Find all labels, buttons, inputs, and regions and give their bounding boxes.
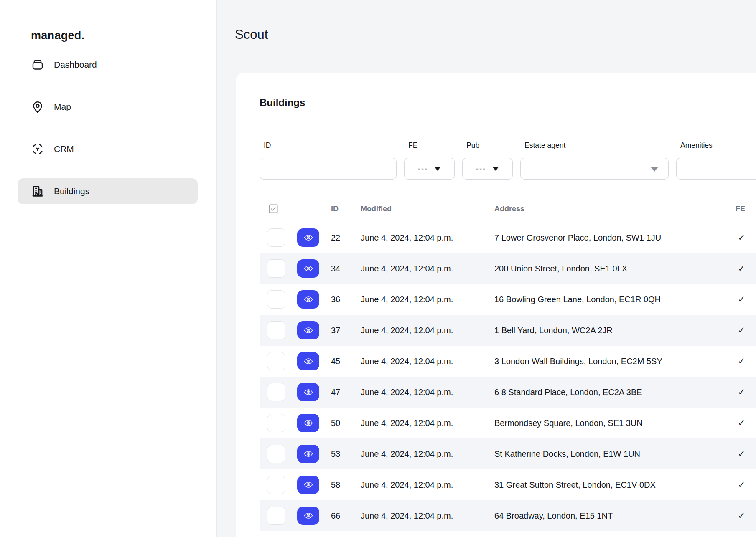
cell-address: 1 Bell Yard, London, WC2A 2JR (494, 326, 713, 335)
pub-filter-select[interactable]: --- (462, 158, 513, 180)
view-building-button[interactable] (297, 321, 319, 339)
cell-id: 45 (328, 357, 356, 366)
app-logo: managed. (31, 29, 216, 42)
table-row: 34 June 4, 2024, 12:04 p.m. 200 Union St… (260, 253, 756, 284)
row-checkbox[interactable] (267, 321, 285, 339)
fe-check-mark: ✓ (713, 325, 748, 335)
eye-icon (303, 294, 313, 304)
fe-check-mark: ✓ (713, 449, 748, 459)
cell-modified: June 4, 2024, 12:04 p.m. (356, 233, 494, 243)
amenities-filter-input[interactable] (677, 158, 756, 179)
view-building-button[interactable] (297, 383, 319, 401)
sidebar: managed. Dashboard Map (0, 0, 217, 537)
row-checkbox[interactable] (267, 352, 285, 370)
filters-bar: ID FE --- Pub --- Estate (260, 141, 756, 180)
sidebar-item-crm[interactable]: CRM (18, 136, 198, 162)
crm-orbit-icon (31, 142, 45, 156)
sidebar-item-buildings[interactable]: Buildings (18, 178, 198, 204)
pub-filter-value: --- (476, 165, 486, 173)
row-checkbox[interactable] (267, 476, 285, 494)
table-row: 50 June 4, 2024, 12:04 p.m. Bermondsey S… (260, 408, 756, 438)
cell-address: 200 Union Street, London, SE1 0LX (494, 264, 713, 274)
cell-address: 64 Broadway, London, E15 1NT (494, 511, 713, 521)
cell-address: St Katherine Docks, London, E1W 1UN (494, 449, 713, 459)
fe-check-mark: ✓ (713, 480, 748, 490)
fe-check-mark: ✓ (713, 511, 748, 521)
row-checkbox[interactable] (267, 383, 285, 401)
row-checkbox[interactable] (267, 414, 285, 432)
id-filter-input[interactable] (260, 158, 396, 179)
view-building-button[interactable] (297, 414, 319, 432)
filter-fe: FE --- (404, 141, 455, 180)
filter-fe-label: FE (408, 141, 455, 150)
sidebar-nav: Dashboard Map CRM (0, 52, 216, 204)
cell-id: 66 (328, 511, 356, 521)
table-row-partial (260, 531, 756, 537)
view-building-button[interactable] (297, 228, 319, 247)
panel-title: Buildings (260, 96, 756, 109)
view-building-button[interactable] (297, 445, 319, 463)
cell-id: 34 (328, 264, 356, 274)
cell-id: 58 (328, 480, 356, 490)
view-building-button[interactable] (297, 259, 319, 278)
table-row: 45 June 4, 2024, 12:04 p.m. 3 London Wal… (260, 346, 756, 377)
cell-modified: June 4, 2024, 12:04 p.m. (356, 388, 494, 397)
filter-estate-agent-label: Estate agent (524, 141, 669, 150)
row-checkbox[interactable] (267, 259, 285, 278)
cell-modified: June 4, 2024, 12:04 p.m. (356, 264, 494, 274)
sidebar-item-dashboard[interactable]: Dashboard (18, 52, 198, 78)
fe-check-mark: ✓ (713, 233, 748, 243)
cell-id: 22 (328, 233, 356, 243)
filter-pub-label: Pub (466, 141, 513, 150)
cell-modified: June 4, 2024, 12:04 p.m. (356, 511, 494, 521)
view-building-button[interactable] (297, 507, 319, 525)
chevron-down-icon (492, 167, 499, 171)
map-pin-icon (31, 100, 45, 114)
view-building-button[interactable] (297, 290, 319, 309)
chevron-down-icon (651, 167, 658, 172)
cell-modified: June 4, 2024, 12:04 p.m. (356, 357, 494, 366)
cell-address: 6 8 Standard Place, London, EC2A 3BE (494, 388, 713, 397)
cell-address: 31 Great Sutton Street, London, EC1V 0DX (494, 480, 713, 490)
select-all-checkbox-icon[interactable] (267, 203, 279, 215)
fe-filter-value: --- (418, 165, 428, 173)
fe-check-mark: ✓ (713, 263, 748, 274)
cell-id: 37 (328, 326, 356, 335)
cell-address: 3 London Wall Buildings, London, EC2M 5S… (494, 357, 713, 366)
filter-amenities-label: Amenities (680, 141, 756, 150)
eye-icon (303, 233, 313, 243)
sidebar-item-map[interactable]: Map (18, 94, 198, 120)
cell-modified: June 4, 2024, 12:04 p.m. (356, 295, 494, 304)
cell-id: 36 (328, 295, 356, 304)
sidebar-item-label: Map (54, 102, 71, 112)
sidebar-item-label: Dashboard (54, 60, 97, 70)
row-checkbox[interactable] (267, 290, 285, 309)
row-checkbox[interactable] (267, 228, 285, 247)
cell-modified: June 4, 2024, 12:04 p.m. (356, 418, 494, 428)
filter-id: ID (260, 141, 397, 180)
estate-agent-filter-select[interactable] (520, 158, 669, 180)
row-checkbox[interactable] (267, 445, 285, 463)
eye-icon (303, 387, 313, 397)
eye-icon (303, 418, 313, 428)
fe-check-mark: ✓ (713, 387, 748, 397)
buildings-table: ID Modified Address FE 22 June 4, 2024, … (260, 195, 756, 537)
table-row: 36 June 4, 2024, 12:04 p.m. 16 Bowling G… (260, 284, 756, 315)
main-content: Scout Buildings ID FE --- Pub -- (217, 0, 756, 537)
fe-filter-select[interactable]: --- (404, 158, 455, 180)
sidebar-item-label: Buildings (54, 186, 89, 196)
table-header: ID Modified Address FE (260, 195, 756, 222)
chevron-down-icon (434, 167, 441, 171)
row-checkbox[interactable] (267, 507, 285, 525)
view-building-button[interactable] (297, 352, 319, 370)
cell-id: 47 (328, 388, 356, 397)
view-building-button[interactable] (297, 476, 319, 494)
cell-modified: June 4, 2024, 12:04 p.m. (356, 449, 494, 459)
table-row: 22 June 4, 2024, 12:04 p.m. 7 Lower Gros… (260, 222, 756, 253)
fe-check-mark: ✓ (713, 294, 748, 304)
column-header-address: Address (494, 205, 713, 213)
column-header-id: ID (328, 205, 356, 213)
eye-icon (303, 263, 313, 274)
table-row: 58 June 4, 2024, 12:04 p.m. 31 Great Sut… (260, 469, 756, 500)
eye-icon (303, 325, 313, 335)
